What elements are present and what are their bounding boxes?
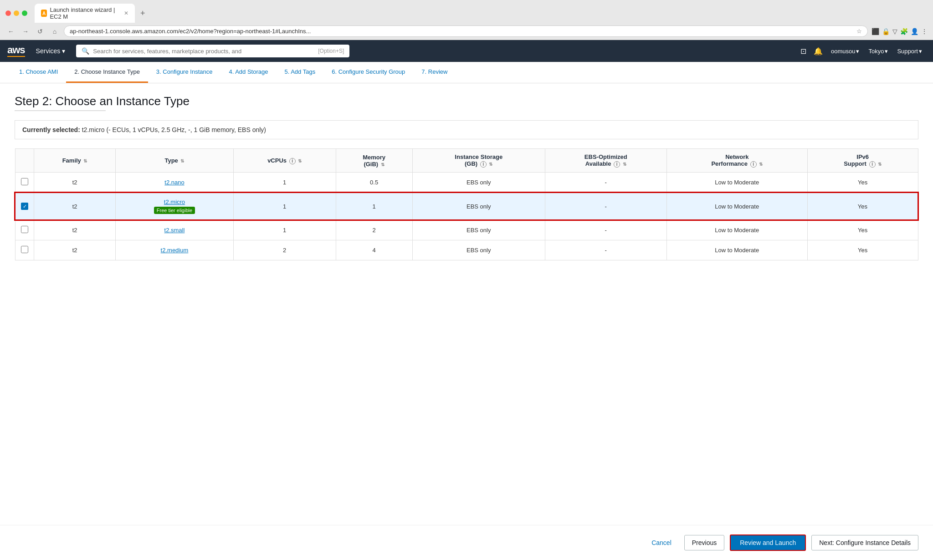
wizard-step-5[interactable]: 5. Add Tags — [276, 62, 323, 83]
bell-icon[interactable]: 🔔 — [811, 47, 825, 56]
network-info-icon[interactable]: i — [750, 161, 757, 168]
page-title: Step 2: Choose an Instance Type — [15, 94, 918, 108]
wizard-steps: 1. Choose AMI 2. Choose Instance Type 3.… — [0, 62, 933, 83]
row-checkbox[interactable] — [21, 226, 28, 233]
instance-type-table: Family ⇅ Type ⇅ vCPUs i ⇅ Memory(GiB) ⇅ — [15, 148, 918, 260]
col-header-vcpus[interactable]: vCPUs i ⇅ — [233, 149, 336, 173]
wizard-step-1[interactable]: 1. Choose AMI — [11, 62, 66, 83]
row-type[interactable]: t2.nano — [116, 173, 234, 193]
ebs-sort-icon: ⇅ — [623, 162, 626, 167]
search-input[interactable] — [93, 48, 314, 55]
home-button[interactable]: ⌂ — [49, 26, 60, 37]
row-instance-storage: EBS only — [412, 220, 545, 240]
support-menu[interactable]: Support ▾ — [893, 48, 926, 55]
ipv6-info-icon[interactable]: i — [869, 161, 876, 168]
memory-sort-icon: ⇅ — [381, 162, 384, 167]
extension-icon-3[interactable]: ▽ — [892, 28, 897, 35]
cancel-button[interactable]: Cancel — [644, 535, 679, 550]
table-row[interactable]: t2t2.nano10.5EBS only-Low to ModerateYes — [15, 173, 918, 193]
extension-icon-2[interactable]: 🔒 — [882, 28, 890, 35]
row-checkbox[interactable] — [21, 203, 28, 210]
wizard-step-6[interactable]: 6. Configure Security Group — [323, 62, 413, 83]
terminal-icon[interactable]: ⊡ — [798, 47, 809, 56]
col-header-memory[interactable]: Memory(GiB) ⇅ — [336, 149, 412, 173]
row-vcpus: 1 — [233, 173, 336, 193]
user-menu[interactable]: oomusou ▾ — [827, 48, 863, 55]
tab-bar: A Launch instance wizard | EC2 M ✕ + — [0, 0, 933, 23]
bookmark-icon[interactable]: ☆ — [856, 28, 862, 35]
services-menu-button[interactable]: Services ▾ — [32, 47, 69, 55]
extension-icon-1[interactable]: ⬛ — [871, 28, 879, 35]
row-ipv6-support: Yes — [807, 173, 918, 193]
menu-icon[interactable]: ⋮ — [921, 28, 928, 35]
storage-info-icon[interactable]: i — [480, 161, 487, 168]
row-checkbox-cell[interactable] — [15, 193, 34, 220]
row-family: t2 — [34, 220, 116, 240]
tab-favicon: A — [41, 10, 47, 17]
row-checkbox[interactable] — [21, 178, 28, 185]
tab-title: Launch instance wizard | EC2 M — [50, 6, 121, 20]
selected-info-label: Currently selected: — [22, 126, 80, 133]
col-header-checkbox — [15, 149, 34, 173]
row-type[interactable]: t2.small — [116, 220, 234, 240]
row-memory: 4 — [336, 240, 412, 260]
row-type[interactable]: t2.medium — [116, 240, 234, 260]
col-header-network[interactable]: NetworkPerformance i ⇅ — [666, 149, 807, 173]
active-tab[interactable]: A Launch instance wizard | EC2 M ✕ — [35, 4, 135, 23]
reload-button[interactable]: ↺ — [35, 26, 46, 37]
row-vcpus: 1 — [233, 193, 336, 220]
row-checkbox[interactable] — [21, 246, 28, 253]
search-shortcut: [Option+S] — [318, 48, 344, 54]
forward-button[interactable]: → — [20, 26, 31, 37]
puzzle-icon[interactable]: 🧩 — [900, 28, 908, 35]
ebs-info-icon[interactable]: i — [614, 161, 620, 168]
url-text: ap-northeast-1.console.aws.amazon.com/ec… — [70, 28, 311, 35]
maximize-window-button[interactable] — [22, 10, 27, 16]
row-checkbox-cell[interactable] — [15, 220, 34, 240]
region-chevron-icon: ▾ — [885, 48, 888, 55]
back-button[interactable]: ← — [5, 26, 16, 37]
review-and-launch-button[interactable]: Review and Launch — [730, 535, 806, 551]
row-type[interactable]: t2.microFree tier eligible — [116, 193, 234, 220]
traffic-lights — [5, 10, 27, 16]
main-content: Step 2: Choose an Instance Type Currentl… — [0, 83, 933, 525]
global-search-bar[interactable]: 🔍 [Option+S] — [76, 45, 349, 57]
close-window-button[interactable] — [5, 10, 11, 16]
region-menu[interactable]: Tokyo ▾ — [865, 48, 892, 55]
aws-logo[interactable]: aws — [7, 45, 25, 57]
address-bar[interactable]: ap-northeast-1.console.aws.amazon.com/ec… — [64, 25, 868, 37]
minimize-window-button[interactable] — [14, 10, 19, 16]
wizard-step-7[interactable]: 7. Review — [413, 62, 456, 83]
col-header-type[interactable]: Type ⇅ — [116, 149, 234, 173]
new-tab-button[interactable]: + — [137, 9, 149, 18]
wizard-step-2[interactable]: 2. Choose Instance Type — [66, 62, 148, 83]
row-vcpus: 1 — [233, 220, 336, 240]
row-checkbox-cell[interactable] — [15, 173, 34, 193]
instance-type-link[interactable]: t2.micro — [164, 199, 185, 205]
table-row[interactable]: t2t2.medium24EBS only-Low to ModerateYes — [15, 240, 918, 260]
wizard-step-3[interactable]: 3. Configure Instance — [148, 62, 221, 83]
table-row[interactable]: t2t2.small12EBS only-Low to ModerateYes — [15, 220, 918, 240]
instance-type-link[interactable]: t2.nano — [164, 179, 184, 186]
instance-type-link[interactable]: t2.medium — [161, 247, 189, 254]
instance-type-link[interactable]: t2.small — [164, 227, 185, 234]
row-instance-storage: EBS only — [412, 173, 545, 193]
free-tier-badge: Free tier eligible — [154, 207, 195, 214]
col-header-ipv6[interactable]: IPv6Support i ⇅ — [807, 149, 918, 173]
row-ebs-optimized: - — [545, 193, 666, 220]
row-checkbox-cell[interactable] — [15, 240, 34, 260]
next-configure-button[interactable]: Next: Configure Instance Details — [811, 535, 918, 550]
col-header-ebs[interactable]: EBS-OptimizedAvailable i ⇅ — [545, 149, 666, 173]
ipv6-sort-icon: ⇅ — [878, 162, 882, 167]
table-row[interactable]: t2t2.microFree tier eligible11EBS only-L… — [15, 193, 918, 220]
col-header-family[interactable]: Family ⇅ — [34, 149, 116, 173]
vcpus-info-icon[interactable]: i — [289, 158, 296, 164]
profile-icon[interactable]: 👤 — [911, 28, 918, 35]
row-ipv6-support: Yes — [807, 220, 918, 240]
previous-button[interactable]: Previous — [684, 535, 724, 550]
wizard-step-4[interactable]: 4. Add Storage — [220, 62, 276, 83]
row-memory: 0.5 — [336, 173, 412, 193]
tab-close-button[interactable]: ✕ — [124, 10, 128, 16]
col-header-instance-storage[interactable]: Instance Storage(GB) i ⇅ — [412, 149, 545, 173]
vcpus-sort-icon: ⇅ — [298, 158, 302, 163]
